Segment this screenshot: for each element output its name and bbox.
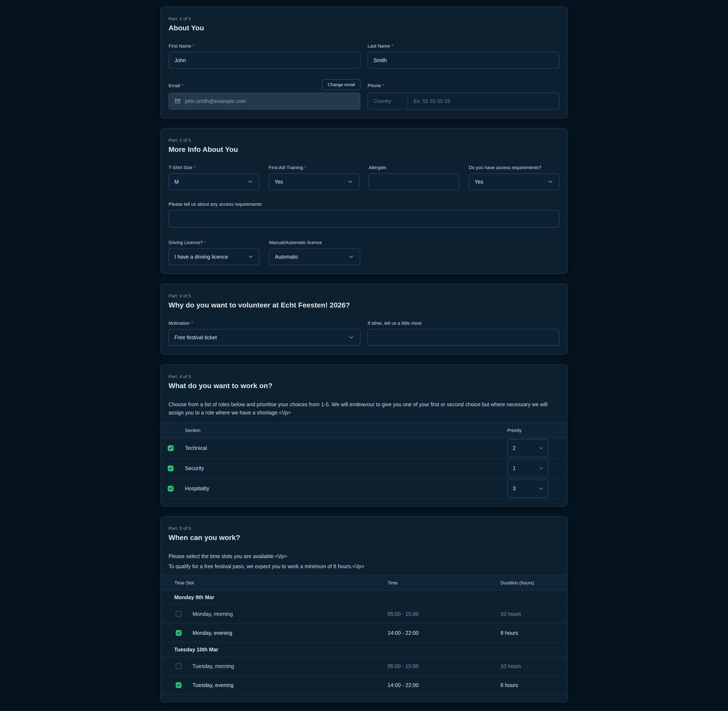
timeslot-time: 14:00 - 22:00 <box>388 630 501 636</box>
timeslot-checkbox[interactable] <box>176 663 182 669</box>
availability-description-1: Please select the time slots you are ava… <box>168 552 560 561</box>
access-details-label: Please tell us about any access requirem… <box>168 202 560 207</box>
required-asterisk: * <box>182 83 183 88</box>
roles-description: Choose from a list of roles below and pr… <box>168 400 560 417</box>
first-aid-select[interactable]: Yes <box>269 173 359 190</box>
access-details-field: Please tell us about any access requirem… <box>168 202 560 229</box>
tshirt-size-label: T-Shirt Size* <box>168 165 259 170</box>
priority-select[interactable]: 1 <box>507 459 549 478</box>
first-name-label: First Name* <box>168 43 360 49</box>
timeslot-checkbox[interactable] <box>176 630 182 636</box>
role-name: Hospitality <box>185 485 209 491</box>
email-input[interactable] <box>185 98 354 104</box>
timeslot-duration: 8 hours <box>501 682 567 688</box>
chevron-down-icon <box>247 178 253 185</box>
required-asterisk: * <box>204 240 206 245</box>
table-row: Tuesday, morning 05:00 - 15:00 10 hours <box>161 657 567 676</box>
panel-motivation: Part: 3 of 5 Why do you want to voluntee… <box>161 284 567 355</box>
chevron-down-icon <box>538 445 544 451</box>
availability-description-2: To qualify for a free festival pass, we … <box>168 562 560 571</box>
chevron-down-icon <box>538 466 544 471</box>
chevron-down-icon <box>248 254 254 260</box>
priority-select[interactable]: 3 <box>507 479 549 498</box>
access-details-textarea[interactable] <box>168 210 560 228</box>
panel-about-you: Part: 1 of 5 About You First Name* Last … <box>161 6 567 118</box>
phone-country-select[interactable]: Country <box>368 93 408 109</box>
required-asterisk: * <box>193 43 195 49</box>
timeslot-label: Monday, evening <box>192 630 232 636</box>
timeslots-table: Time Slot Time Duration (hours) Monday 9… <box>161 575 567 695</box>
timeslot-label: Monday, morning <box>192 611 233 617</box>
roles-table: Section Priority Technical 2 Security 1 <box>161 423 567 499</box>
motivation-other-input[interactable] <box>368 329 560 346</box>
chevron-down-icon <box>347 178 353 185</box>
timeslots-table-header: Time Slot Time Duration (hours) <box>161 575 567 590</box>
tshirt-size-field: T-Shirt Size* M <box>168 165 259 190</box>
driving-licence-select[interactable]: I have a driving licence <box>168 248 260 265</box>
required-asterisk: * <box>391 43 393 49</box>
role-checkbox[interactable] <box>168 445 174 451</box>
table-row: Monday, morning 05:00 - 15:00 10 hours <box>161 605 567 624</box>
roles-table-body: Technical 2 Security 1 Hospitality 3 <box>161 438 567 499</box>
chevron-down-icon <box>538 486 544 491</box>
transmission-select[interactable]: Automatic <box>269 248 360 265</box>
section-title: When can you work? <box>168 534 560 542</box>
access-requirements-label: Do you have access requirements? <box>469 165 560 170</box>
column-header-time: Time <box>388 580 501 586</box>
required-asterisk: * <box>191 320 193 326</box>
driving-licence-label: Driving Licence?* <box>168 240 260 245</box>
table-row: Technical 2 <box>161 438 567 459</box>
chevron-down-icon <box>547 178 554 185</box>
change-email-button[interactable]: Change email <box>322 79 360 90</box>
timeslot-label: Tuesday, morning <box>192 663 234 669</box>
timeslot-time: 14:00 - 22:00 <box>388 682 501 688</box>
first-aid-field: First Aid Training* Yes <box>269 165 359 190</box>
required-asterisk: * <box>382 83 384 88</box>
allergies-input[interactable] <box>369 173 459 190</box>
checkmark-icon <box>177 683 181 687</box>
email-field: Email* Change email <box>168 79 360 109</box>
tshirt-size-select[interactable]: M <box>168 173 259 190</box>
part-indicator: Part: 1 of 5 <box>168 16 560 21</box>
table-row: Security 1 <box>161 459 567 479</box>
last-name-input[interactable] <box>368 52 560 69</box>
day-group-header: Monday 9th Mar <box>161 590 567 605</box>
timeslot-checkbox[interactable] <box>176 611 182 617</box>
table-row: Tuesday, evening 14:00 - 22:00 8 hours <box>161 676 567 695</box>
column-header-section: Section <box>174 428 504 433</box>
allergies-field: Allergies <box>369 165 459 190</box>
part-indicator: Part: 3 of 5 <box>168 294 560 298</box>
part-indicator: Part: 4 of 5 <box>168 374 560 379</box>
table-row: Hospitality 3 <box>161 479 567 499</box>
timeslot-duration: 8 hours <box>501 630 567 636</box>
priority-select[interactable]: 2 <box>507 439 549 457</box>
motivation-label: Motivation* <box>168 320 360 326</box>
part-indicator: Part: 2 of 5 <box>168 138 560 143</box>
motivation-other-field: If other, tell us a little more <box>368 320 560 346</box>
column-header-priority: Priority <box>504 428 567 433</box>
role-checkbox[interactable] <box>168 465 174 471</box>
required-asterisk: * <box>304 165 307 170</box>
chevron-down-icon <box>348 334 354 341</box>
envelope-icon <box>174 98 181 104</box>
first-name-input[interactable] <box>168 52 360 69</box>
panel-more-info: Part: 2 of 5 More Info About You T-Shirt… <box>161 128 567 274</box>
table-row: Monday, evening 14:00 - 22:00 8 hours <box>161 624 567 643</box>
roles-table-header: Section Priority <box>161 423 567 438</box>
volunteer-application-form: Part: 1 of 5 About You First Name* Last … <box>161 6 567 702</box>
checkmark-icon <box>177 631 181 635</box>
access-requirements-select[interactable]: Yes <box>469 173 560 190</box>
section-title: About You <box>168 24 560 32</box>
role-name: Technical <box>185 445 207 451</box>
checkmark-icon <box>168 487 173 491</box>
timeslot-checkbox[interactable] <box>176 682 182 688</box>
phone-number-input[interactable] <box>408 93 559 109</box>
checkmark-icon <box>168 466 173 471</box>
motivation-select[interactable]: Free festival ticket <box>168 329 360 346</box>
day-group-header: Tuesday 10th Mar <box>161 643 567 657</box>
role-checkbox[interactable] <box>168 486 174 491</box>
required-asterisk: * <box>194 165 196 170</box>
timeslot-label: Tuesday, evening <box>192 682 233 688</box>
phone-label: Phone* <box>368 83 384 89</box>
timeslot-duration: 10 hours <box>501 663 567 669</box>
